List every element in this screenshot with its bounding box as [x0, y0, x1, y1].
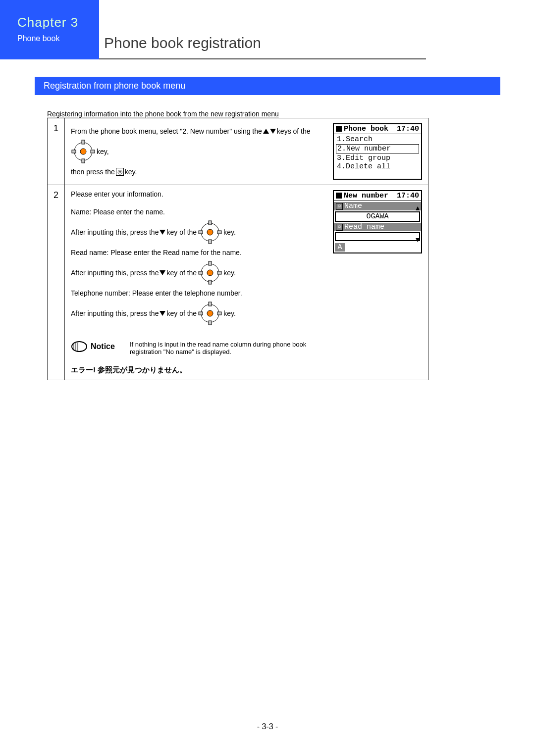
svg-point-1: [80, 149, 86, 154]
menu-item: 4.Delete all: [336, 162, 419, 171]
step-number: 2: [48, 185, 65, 380]
step-content: From the phone book menu, select "2. New…: [65, 118, 428, 185]
read-label: Read name: Please enter the Read name fo…: [71, 249, 328, 256]
person-icon: ☺: [336, 203, 343, 210]
svg-rect-11: [217, 231, 221, 234]
down-arrow-icon: [160, 270, 165, 275]
menu-item-selected: 2.New number: [336, 144, 419, 153]
page-title: Phone book registration: [104, 35, 261, 51]
read-field-value: [335, 232, 420, 241]
svg-rect-15: [209, 280, 212, 284]
svg-point-19: [207, 310, 213, 316]
phone-screen-2: New number 17:40 ☺ Name OGAWA ☺ Read: [333, 190, 422, 253]
tel-label: Telephone number: Please enter the telep…: [71, 289, 328, 297]
after-text-a: After inputting this, press the: [71, 228, 159, 236]
phone-screen-1: Phone book 17:40 1.Search 2.New number 3…: [333, 123, 422, 180]
chapter-block: Chapter 3 Phone book: [0, 0, 99, 59]
svg-rect-4: [72, 150, 76, 153]
svg-rect-8: [209, 221, 212, 225]
after-text-b: key of the: [166, 309, 197, 317]
down-arrow-icon: [160, 230, 165, 235]
screen1-time: 17:40: [397, 125, 419, 133]
svg-point-7: [207, 229, 213, 235]
joystick-icon: [71, 139, 96, 164]
svg-rect-20: [209, 302, 212, 306]
step-row-1: 1 From the phone book menu, select "2. N…: [48, 118, 428, 185]
svg-rect-17: [217, 271, 221, 274]
after-text-c: key.: [223, 269, 236, 277]
step1-text-c: key,: [97, 148, 109, 155]
step-number: 1: [48, 118, 65, 185]
page-header: Chapter 3 Phone book Phone book registra…: [0, 0, 535, 59]
after-text-c: key.: [223, 309, 236, 317]
after-text-a: After inputting this, press the: [71, 309, 159, 317]
steps-table: 1 From the phone book menu, select "2. N…: [47, 118, 428, 380]
notice-title: Notice: [91, 342, 115, 351]
name-field-label: ☺ Name: [334, 202, 421, 210]
step1-text-a: From the phone book menu, select "2. New…: [71, 127, 262, 135]
notice-icon: [71, 341, 88, 353]
step-content: Please enter your information. Name: Ple…: [65, 185, 428, 380]
joystick-icon: [198, 220, 222, 245]
section-heading: Registration from phone book menu: [35, 77, 500, 95]
svg-rect-16: [199, 271, 203, 274]
joystick-icon: [198, 260, 222, 285]
notice-block: Notice If nothing is input in the read n…: [71, 341, 328, 355]
name-label: Name: Please enter the name.: [71, 208, 328, 216]
screen1-title: Phone book: [344, 125, 388, 133]
step-row-2: 2 Please enter your information. Name: P…: [48, 185, 428, 380]
name-field-value: OGAWA: [335, 211, 420, 222]
svg-rect-21: [209, 321, 212, 325]
scroll-arrows-icon: ▲▼: [414, 204, 421, 244]
svg-rect-2: [82, 140, 85, 144]
svg-rect-9: [209, 240, 212, 244]
up-arrow-icon: [263, 129, 269, 134]
subchapter-label: Phone book: [17, 34, 99, 43]
screen2-time: 17:40: [397, 192, 419, 200]
menu-item: 3.Edit group: [336, 154, 419, 162]
error-text: エラー! 参照元が見つかりません。: [71, 365, 328, 375]
screen-indicator-icon: [336, 126, 342, 132]
step1-text-d: then press the: [71, 168, 115, 176]
input-mode-indicator: A: [335, 243, 345, 252]
step2-line1: Please enter your information.: [71, 190, 328, 198]
joystick-icon: [198, 301, 222, 326]
svg-rect-14: [209, 261, 212, 265]
title-underline: [99, 58, 426, 59]
center-key-icon: ◎: [116, 168, 124, 176]
chapter-label: Chapter 3: [17, 15, 99, 30]
notice-body: If nothing is input in the read name col…: [130, 341, 328, 355]
svg-rect-22: [199, 312, 203, 315]
after-text-a: After inputting this, press the: [71, 269, 159, 277]
svg-rect-5: [91, 150, 95, 153]
down-arrow-icon: [160, 311, 165, 316]
screen-indicator-icon: [336, 193, 342, 199]
read-field-label: ☺ Read name: [334, 223, 421, 231]
after-text-b: key of the: [166, 228, 197, 236]
step1-text-b: keys of the: [277, 127, 311, 135]
after-text-c: key.: [223, 228, 236, 236]
page-footer: - 3-3 -: [0, 722, 535, 731]
down-arrow-icon: [270, 129, 276, 134]
screen2-title: New number: [344, 192, 388, 200]
step1-text-e: key.: [125, 168, 137, 176]
svg-rect-10: [199, 231, 203, 234]
svg-rect-23: [217, 312, 221, 315]
after-text-b: key of the: [166, 269, 197, 277]
svg-point-13: [207, 270, 213, 276]
svg-rect-3: [82, 159, 85, 163]
menu-item: 1.Search: [336, 135, 419, 144]
person-icon: ☺: [336, 224, 343, 231]
intro-text: Registering information into the phone b…: [47, 110, 535, 118]
